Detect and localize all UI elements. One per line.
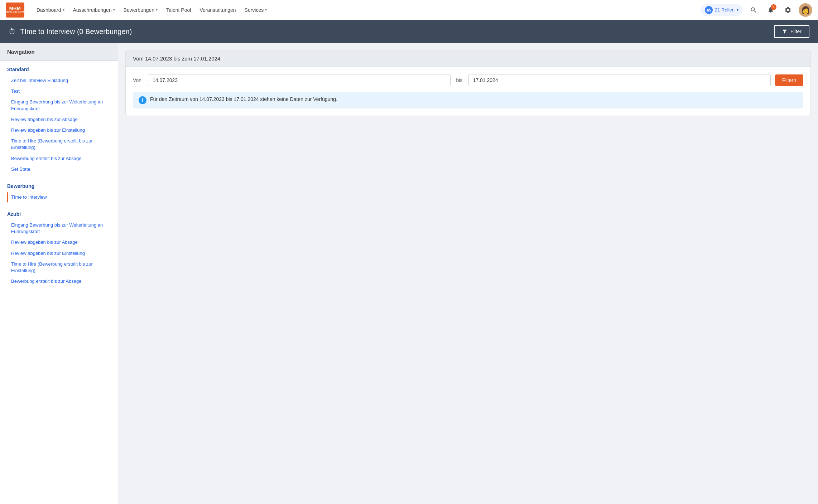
nav-dashboard[interactable]: Dashboard ▾ bbox=[33, 5, 68, 15]
date-row: Von bis Filtern bbox=[133, 74, 803, 86]
main-content: Navigation Standard Zeit bis Interview E… bbox=[0, 43, 818, 504]
roles-badge[interactable]: 21 Rollen ▾ bbox=[701, 4, 743, 16]
nav-ausschreibungen[interactable]: Ausschreibungen ▾ bbox=[69, 5, 119, 15]
top-navigation: MHM MHM-HR.COM Dashboard ▾ Ausschreibung… bbox=[0, 0, 818, 20]
sidebar-item-test[interactable]: Test bbox=[7, 86, 111, 97]
right-panel: Vom 14.07.2023 bis zum 17.01.2024 Von bi… bbox=[118, 43, 818, 504]
sidebar-item-set-state[interactable]: Set State bbox=[7, 164, 111, 175]
nav-right: 21 Rollen ▾ 1 👩 bbox=[701, 3, 812, 17]
filter-button[interactable]: Filter bbox=[774, 25, 809, 38]
page-header: ⏱ TIme to Interview (0 Bewerbungen) Filt… bbox=[0, 20, 818, 43]
sidebar-section-standard: Standard Zeit bis Interview Einladung Te… bbox=[0, 61, 118, 178]
logo-text-bottom: MHM-HR.COM bbox=[6, 11, 24, 14]
bis-label: bis bbox=[455, 77, 464, 83]
chevron-down-icon: ▾ bbox=[265, 8, 267, 12]
sidebar-item-time-to-interview[interactable]: TIme to Interview bbox=[7, 192, 111, 203]
logo[interactable]: MHM MHM-HR.COM bbox=[6, 3, 24, 18]
nav-talent-pool[interactable]: Talent Pool bbox=[163, 5, 194, 15]
sidebar-item-azubi-review-absage[interactable]: Review abgeben bis zur Absage bbox=[7, 237, 111, 248]
sidebar-section-bewerbung: Bewerbung TIme to Interview bbox=[0, 178, 118, 205]
date-from-input[interactable] bbox=[148, 74, 451, 86]
sidebar-item-bewerbung-absage[interactable]: Bewerbung erstellt bis zur Absage bbox=[7, 153, 111, 164]
chevron-down-icon: ▾ bbox=[156, 8, 158, 12]
sidebar-item-time-to-hire[interactable]: Time to Hire (Bewerbung erstellt bis zur… bbox=[7, 136, 111, 153]
search-button[interactable] bbox=[747, 4, 760, 16]
settings-button[interactable] bbox=[781, 4, 794, 16]
nav-bewerbungen[interactable]: Bewerbungen ▾ bbox=[120, 5, 161, 15]
page-title: TIme to Interview (0 Bewerbungen) bbox=[20, 28, 132, 36]
sidebar-item-eingang-fuehrungskraft[interactable]: Eingang Bewerbung bis zur Weiterleitung … bbox=[7, 97, 111, 114]
page-header-left: ⏱ TIme to Interview (0 Bewerbungen) bbox=[9, 28, 132, 36]
filter-card-header: Vom 14.07.2023 bis zum 17.01.2024 bbox=[126, 50, 810, 67]
chevron-down-icon: ▾ bbox=[63, 8, 64, 12]
info-icon: i bbox=[139, 96, 146, 104]
sidebar-item-review-absage[interactable]: Review abgeben bis zur Absage bbox=[7, 114, 111, 125]
chevron-down-icon: ▾ bbox=[113, 8, 115, 12]
sidebar-item-review-einstellung[interactable]: Review abgeben bis zur Einstellung bbox=[7, 125, 111, 136]
sidebar-section-title-bewerbung: Bewerbung bbox=[7, 183, 111, 189]
filter-card-body: Von bis Filtern i Für den Zeitraum von 1… bbox=[126, 67, 810, 116]
roles-icon bbox=[705, 6, 713, 14]
sidebar-item-azubi-bewerbung-absage[interactable]: Bewerbung erstellt bis zur Absage bbox=[7, 276, 111, 287]
sidebar-item-azubi-eingang[interactable]: Eingang Bewerbung bis zur Weiterleitung … bbox=[7, 220, 111, 237]
nav-services[interactable]: Services ▾ bbox=[241, 5, 271, 15]
notifications-button[interactable]: 1 bbox=[764, 4, 777, 16]
logo-text-top: MHM bbox=[9, 6, 21, 11]
sidebar-section-title-azubi: Azubi bbox=[7, 211, 111, 217]
sidebar-item-azubi-time-to-hire[interactable]: Time to Hire (Bewerbung erstellt bis zur… bbox=[7, 259, 111, 276]
info-message: i Für den Zeitraum von 14.07.2023 bis 17… bbox=[133, 92, 803, 108]
notification-count: 1 bbox=[771, 4, 776, 10]
date-to-input[interactable] bbox=[468, 74, 771, 86]
timer-icon: ⏱ bbox=[9, 28, 16, 36]
sidebar-item-azubi-review-einstellung[interactable]: Review abgeben bis zur Einstellung bbox=[7, 248, 111, 259]
von-label: Von bbox=[133, 77, 144, 83]
avatar[interactable]: 👩 bbox=[799, 3, 812, 17]
filter-card: Vom 14.07.2023 bis zum 17.01.2024 Von bi… bbox=[125, 50, 811, 116]
sidebar-section-azubi: Azubi Eingang Bewerbung bis zur Weiterle… bbox=[0, 205, 118, 290]
filtern-button[interactable]: Filtern bbox=[775, 74, 803, 86]
chevron-down-icon: ▾ bbox=[737, 8, 738, 12]
nav-veranstaltungen[interactable]: Veranstaltungen bbox=[196, 5, 239, 15]
sidebar-item-zeit-bis-interview[interactable]: Zeit bis Interview Einladung bbox=[7, 75, 111, 86]
nav-links: Dashboard ▾ Ausschreibungen ▾ Bewerbunge… bbox=[33, 5, 701, 15]
sidebar: Navigation Standard Zeit bis Interview E… bbox=[0, 43, 118, 504]
sidebar-section-title-standard: Standard bbox=[7, 67, 111, 72]
sidebar-header: Navigation bbox=[0, 43, 118, 61]
info-text: Für den Zeitraum von 14.07.2023 bis 17.0… bbox=[150, 96, 337, 102]
